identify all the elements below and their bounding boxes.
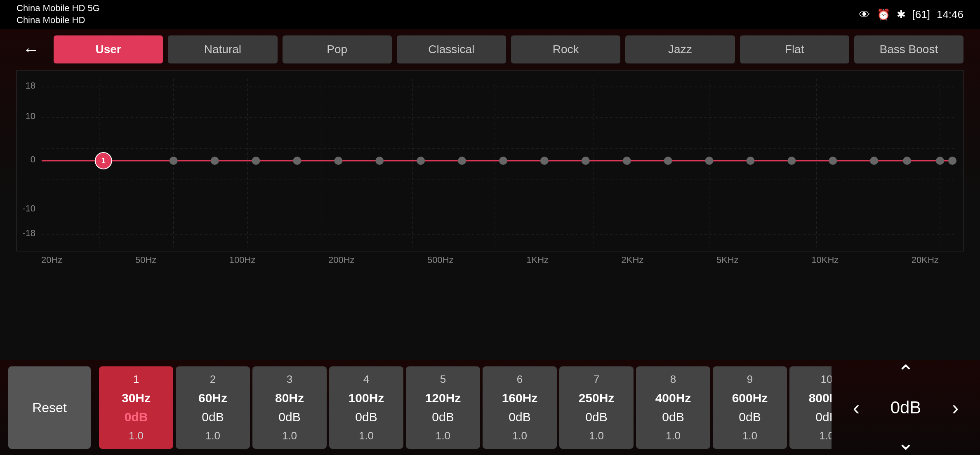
band-cell-10[interactable]: 10800Hz0dB1.0	[789, 366, 832, 449]
band-freq-10: 800Hz	[809, 391, 832, 405]
preset-tab-jazz[interactable]: Jazz	[625, 35, 735, 63]
band-freq-1: 30Hz	[122, 391, 151, 405]
band-number-6: 6	[517, 373, 523, 386]
preset-tab-pop[interactable]: Pop	[283, 35, 392, 63]
band-q-2: 1.0	[205, 429, 220, 442]
band-db-3: 0dB	[278, 410, 300, 424]
svg-point-39	[705, 157, 714, 165]
preset-tab-bassboost[interactable]: Bass Boost	[854, 35, 964, 63]
band-db-9: 0dB	[739, 410, 761, 424]
preset-tab-flat[interactable]: Flat	[740, 35, 849, 63]
band-db-5: 0dB	[432, 410, 454, 424]
svg-text:18: 18	[26, 80, 35, 91]
svg-text:1: 1	[101, 157, 106, 165]
band-cell-9[interactable]: 9600Hz0dB1.0	[713, 366, 787, 449]
band-q-5: 1.0	[436, 429, 450, 442]
band-q-6: 1.0	[512, 429, 527, 442]
band-number-10: 10	[821, 373, 832, 386]
nav-controls: ⌃ ‹ 0dB › ⌄	[840, 358, 972, 455]
status-bar: China Mobile HD 5G China Mobile HD 👁 ⏰ ✱…	[0, 0, 980, 29]
band-freq-5: 120Hz	[425, 391, 461, 405]
band-controls: Reset 130Hz0dB1.0260Hz0dB1.0380Hz0dB1.04…	[0, 360, 980, 455]
svg-point-43	[870, 157, 878, 165]
band-cell-2[interactable]: 260Hz0dB1.0	[176, 366, 250, 449]
band-cell-6[interactable]: 6160Hz0dB1.0	[483, 366, 557, 449]
svg-point-36	[582, 157, 590, 165]
svg-point-46	[948, 157, 956, 165]
band-q-3: 1.0	[282, 429, 297, 442]
svg-point-34	[499, 157, 507, 165]
band-prev-button[interactable]: ‹	[840, 391, 873, 424]
svg-point-38	[664, 157, 672, 165]
carrier1: China Mobile HD 5G	[16, 2, 100, 14]
svg-point-35	[540, 157, 549, 165]
nav-row: ‹ 0dB ›	[840, 391, 972, 424]
svg-text:10: 10	[26, 111, 35, 121]
band-cell-7[interactable]: 7250Hz0dB1.0	[559, 366, 634, 449]
preset-tab-user[interactable]: User	[54, 35, 163, 63]
carrier-info: China Mobile HD 5G China Mobile HD	[16, 2, 100, 26]
preset-tab-natural[interactable]: Natural	[168, 35, 277, 63]
band-cell-5[interactable]: 5120Hz0dB1.0	[406, 366, 480, 449]
band-db-10: 0dB	[815, 410, 832, 424]
eq-chart: 18 10 0 -10 -18 1	[16, 70, 964, 251]
preset-tab-classical[interactable]: Classical	[397, 35, 506, 63]
band-number-8: 8	[670, 373, 676, 386]
band-q-10: 1.0	[819, 429, 832, 442]
main-area: ← UserNaturalPopClassicalRockJazzFlatBas…	[0, 29, 980, 455]
preset-tabs: UserNaturalPopClassicalRockJazzFlatBass …	[54, 35, 964, 63]
band-q-4: 1.0	[359, 429, 374, 442]
value-up-button[interactable]: ⌃	[885, 358, 926, 387]
band-number-7: 7	[594, 373, 599, 386]
svg-point-32	[417, 157, 425, 165]
svg-point-30	[334, 157, 342, 165]
band-cell-3[interactable]: 380Hz0dB1.0	[252, 366, 327, 449]
header: ← UserNaturalPopClassicalRockJazzFlatBas…	[0, 29, 980, 70]
svg-point-40	[746, 157, 754, 165]
band-db-2: 0dB	[202, 410, 224, 424]
svg-point-33	[458, 157, 466, 165]
band-q-1: 1.0	[129, 429, 144, 442]
band-freq-7: 250Hz	[579, 391, 615, 405]
reset-button[interactable]: Reset	[8, 366, 91, 449]
band-freq-6: 160Hz	[502, 391, 538, 405]
band-db-4: 0dB	[355, 410, 377, 424]
back-icon: ←	[23, 40, 39, 59]
band-cell-8[interactable]: 8400Hz0dB1.0	[636, 366, 710, 449]
svg-point-27	[211, 157, 219, 165]
back-button[interactable]: ←	[16, 35, 45, 64]
band-db-8: 0dB	[662, 410, 684, 424]
svg-point-26	[170, 157, 178, 165]
band-freq-4: 100Hz	[349, 391, 384, 405]
band-freq-8: 400Hz	[655, 391, 691, 405]
status-right: 👁 ⏰ ✱ [61] 14:46	[859, 8, 964, 21]
band-q-7: 1.0	[589, 429, 604, 442]
battery-indicator: [61]	[912, 8, 930, 21]
carrier2: China Mobile HD	[16, 14, 100, 26]
band-db-6: 0dB	[509, 410, 530, 424]
band-cell-4[interactable]: 4100Hz0dB1.0	[329, 366, 403, 449]
value-down-button[interactable]: ⌄	[885, 428, 926, 455]
svg-point-42	[829, 157, 837, 165]
svg-point-44	[903, 157, 911, 165]
svg-point-29	[293, 157, 301, 165]
bluetooth-icon: ✱	[897, 8, 906, 21]
bands-list: 130Hz0dB1.0260Hz0dB1.0380Hz0dB1.04100Hz0…	[99, 366, 832, 449]
current-value: 0dB	[881, 398, 931, 417]
band-freq-2: 60Hz	[198, 391, 227, 405]
svg-text:-18: -18	[22, 228, 35, 238]
svg-point-37	[623, 157, 631, 165]
freq-labels: 20Hz 50Hz 100Hz 200Hz 500Hz 1KHz 2KHz 5K…	[16, 251, 964, 269]
preset-tab-rock[interactable]: Rock	[511, 35, 620, 63]
band-next-button[interactable]: ›	[939, 391, 972, 424]
band-db-7: 0dB	[585, 410, 607, 424]
band-number-3: 3	[287, 373, 292, 386]
eye-icon: 👁	[859, 8, 870, 21]
band-number-5: 5	[440, 373, 446, 386]
band-number-4: 4	[363, 373, 369, 386]
svg-point-31	[375, 157, 384, 165]
svg-text:-10: -10	[22, 203, 35, 213]
band-db-1: 0dB	[125, 410, 148, 424]
band-q-9: 1.0	[742, 429, 757, 442]
band-cell-1[interactable]: 130Hz0dB1.0	[99, 366, 173, 449]
